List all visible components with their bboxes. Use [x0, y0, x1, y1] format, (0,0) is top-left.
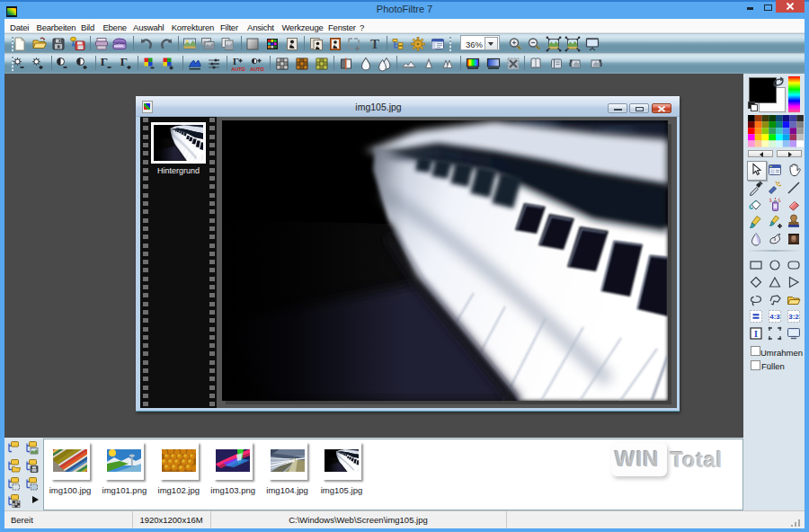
- svg-text:I: I: [754, 329, 758, 339]
- svg-text:Γ: Γ: [233, 56, 239, 66]
- svg-text:AUTO: AUTO: [231, 66, 245, 71]
- svg-text:T: T: [370, 37, 379, 51]
- svg-text:Γ: Γ: [120, 56, 127, 68]
- svg-text:4:3: 4:3: [769, 313, 780, 321]
- svg-text:3:2: 3:2: [788, 313, 799, 321]
- svg-text:AUTO: AUTO: [250, 66, 264, 71]
- svg-text:Γ: Γ: [101, 56, 108, 68]
